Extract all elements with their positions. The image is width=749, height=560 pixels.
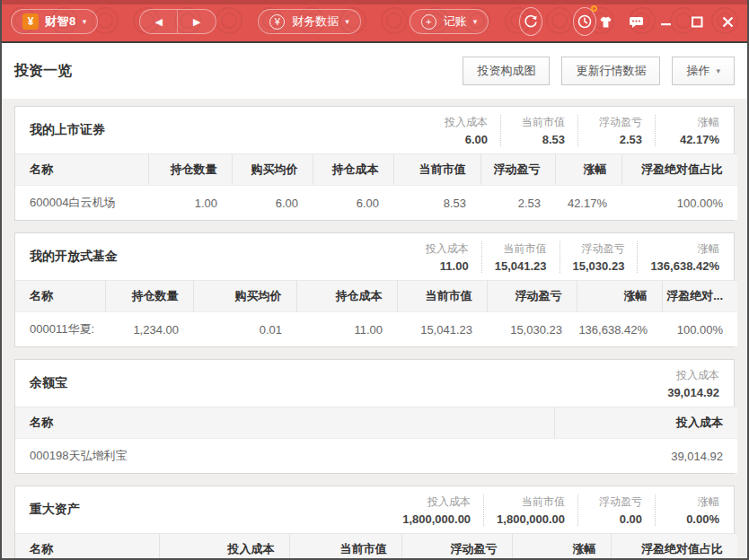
close-icon <box>722 16 734 28</box>
listed-securities-table: 名称持仓数量购买均价持仓成本当前市值浮动盈亏涨幅浮盈绝对值占比600004白云机… <box>15 153 737 220</box>
column-header[interactable]: 浮盈绝对值占比 <box>611 534 737 559</box>
column-header[interactable]: 涨幅 <box>577 281 662 312</box>
value-cell: 15,041.23 <box>397 312 487 347</box>
summary-stat: 当前市值8.53 <box>500 115 565 146</box>
asset-name-cell: 000011华夏: <box>15 312 105 347</box>
column-header[interactable]: 购买均价 <box>232 154 313 186</box>
column-header[interactable]: 浮盈绝对... <box>662 281 737 312</box>
chevron-down-icon: ▾ <box>473 17 478 26</box>
column-header[interactable]: 持仓成本 <box>313 154 393 186</box>
summary-label: 当前市值 <box>497 494 565 510</box>
column-header[interactable]: 当前市值 <box>393 154 480 186</box>
finance-data-menu[interactable]: ¥ 财务数据 ▾ <box>258 9 361 34</box>
column-header[interactable]: 当前市值 <box>289 534 401 559</box>
feedback-button[interactable] <box>627 13 645 30</box>
column-header[interactable]: 名称 <box>15 407 554 439</box>
value-cell: 39,014.92 <box>554 439 737 474</box>
summary-label: 涨幅 <box>668 494 719 510</box>
theme-skin-button[interactable] <box>596 13 614 30</box>
section-summary: 投入成本11.00当前市值15,041.23浮动盈亏15,030.23涨幅136… <box>392 241 719 273</box>
column-header[interactable]: 涨幅 <box>555 154 621 186</box>
column-header[interactable]: 持仓数量 <box>105 281 193 312</box>
section-listed-securities: 我的上市证券 投入成本6.00当前市值8.53浮动盈亏2.53涨幅42.17% … <box>14 106 735 221</box>
back-button[interactable]: ◀ <box>140 10 178 33</box>
section-summary: 投入成本1,800,000.00当前市值1,800,000.00浮动盈亏0.00… <box>377 494 719 526</box>
summary-stat: 浮动盈亏15,030.23 <box>560 241 625 273</box>
chevron-down-icon: ▾ <box>83 17 87 26</box>
column-header[interactable]: 浮动盈亏 <box>401 534 512 559</box>
summary-value: 39,014.92 <box>667 386 719 399</box>
close-button[interactable] <box>718 13 736 30</box>
finance-data-label: 财务数据 <box>292 13 339 30</box>
summary-label: 当前市值 <box>514 115 565 130</box>
value-cell: 42.17% <box>555 186 621 221</box>
summary-stat: 涨幅0.00% <box>655 494 719 526</box>
asset-name-cell: 600004白云机场 <box>15 186 148 221</box>
notification-dot <box>591 5 597 12</box>
summary-label: 浮动盈亏 <box>573 241 625 257</box>
section-open-end-funds: 我的开放式基金 投入成本11.00当前市值15,041.23浮动盈亏15,030… <box>14 232 735 347</box>
summary-label: 投入成本 <box>417 241 469 257</box>
titlebar: ¥ 财智8 ▾ ◀ ▶ ¥ 财务数据 ▾ + 记账 ▾ <box>2 0 747 43</box>
maximize-button[interactable] <box>688 13 706 30</box>
minimize-button[interactable] <box>657 13 675 30</box>
summary-stat: 投入成本39,014.92 <box>655 368 719 399</box>
summary-value: 6.00 <box>436 133 488 146</box>
column-header[interactable]: 浮盈绝对值占比 <box>621 154 737 186</box>
bookkeeping-menu[interactable]: + 记账 ▾ <box>410 9 489 34</box>
summary-value: 2.53 <box>591 133 642 146</box>
timer-button[interactable] <box>573 7 596 36</box>
summary-stat: 投入成本11.00 <box>404 241 469 273</box>
investment-composition-chart-button[interactable]: 投资构成图 <box>463 57 550 85</box>
app-menu-button[interactable]: ¥ 财智8 ▾ <box>11 9 98 34</box>
open-end-funds-table: 名称持仓数量购买均价持仓成本当前市值浮动盈亏涨幅浮盈绝对...000011华夏:… <box>15 280 737 346</box>
section-major-assets: 重大资产 投入成本1,800,000.00当前市值1,800,000.00浮动盈… <box>14 486 735 558</box>
summary-label: 当前市值 <box>495 241 547 257</box>
summary-stat: 涨幅136,638.42% <box>637 241 719 273</box>
section-summary: 投入成本6.00当前市值8.53浮动盈亏2.53涨幅42.17% <box>410 115 719 146</box>
table-row[interactable]: 000011华夏:1,234.000.0111.0015,041.2315,03… <box>15 312 737 347</box>
value-cell: 100.00% <box>621 186 737 221</box>
summary-value: 1,800,000.00 <box>497 512 565 526</box>
value-cell: 1.00 <box>148 186 232 221</box>
refresh-button[interactable] <box>519 7 542 36</box>
summary-value: 1,800,000.00 <box>402 512 471 526</box>
column-header[interactable]: 持仓成本 <box>296 281 397 312</box>
column-header[interactable]: 投入成本 <box>159 534 289 559</box>
minimize-icon <box>661 16 672 27</box>
column-header[interactable]: 浮动盈亏 <box>487 281 577 312</box>
summary-label: 投入成本 <box>402 494 471 510</box>
column-header[interactable]: 涨幅 <box>512 534 611 559</box>
app-name: 财智8 <box>45 13 76 30</box>
summary-label: 浮动盈亏 <box>591 494 642 510</box>
update-quotes-button[interactable]: 更新行情数据 <box>561 57 660 85</box>
chevron-down-icon: ▾ <box>716 66 720 75</box>
page-header: 投资一览 投资构成图 更新行情数据 操作 ▾ <box>2 43 747 99</box>
value-cell: 100.00% <box>662 312 737 347</box>
column-header[interactable]: 浮动盈亏 <box>480 154 555 186</box>
operations-dropdown-button[interactable]: 操作 ▾ <box>672 57 735 85</box>
summary-stat: 当前市值15,041.23 <box>481 241 547 273</box>
column-header[interactable]: 名称 <box>15 281 105 312</box>
column-header[interactable]: 投入成本 <box>554 407 737 439</box>
value-cell: 15,030.23 <box>487 312 577 347</box>
column-header[interactable]: 当前市值 <box>397 281 487 312</box>
column-header[interactable]: 持仓数量 <box>148 154 232 186</box>
summary-value: 0.00 <box>591 512 642 526</box>
history-nav: ◀ ▶ <box>139 9 216 34</box>
summary-stat: 投入成本6.00 <box>423 115 488 146</box>
page-title: 投资一览 <box>14 62 72 81</box>
value-cell: 1,234.00 <box>105 312 193 347</box>
major-assets-table: 名称投入成本当前市值浮动盈亏涨幅浮盈绝对值占比绿乡COCO十年 房子1,800,… <box>15 533 737 558</box>
column-header[interactable]: 名称 <box>15 154 148 186</box>
column-header[interactable]: 购买均价 <box>193 281 296 312</box>
value-cell: 0.01 <box>193 312 296 347</box>
chevron-down-icon: ▾ <box>345 17 349 26</box>
forward-button[interactable]: ▶ <box>178 10 216 33</box>
table-row[interactable]: 000198天弘增利宝39,014.92 <box>15 439 737 474</box>
summary-label: 投入成本 <box>436 115 488 130</box>
table-row[interactable]: 600004白云机场1.006.006.008.532.5342.17%100.… <box>15 186 737 221</box>
forward-icon: ▶ <box>193 16 200 27</box>
column-header[interactable]: 名称 <box>15 534 159 559</box>
summary-stat: 投入成本1,800,000.00 <box>390 494 471 526</box>
